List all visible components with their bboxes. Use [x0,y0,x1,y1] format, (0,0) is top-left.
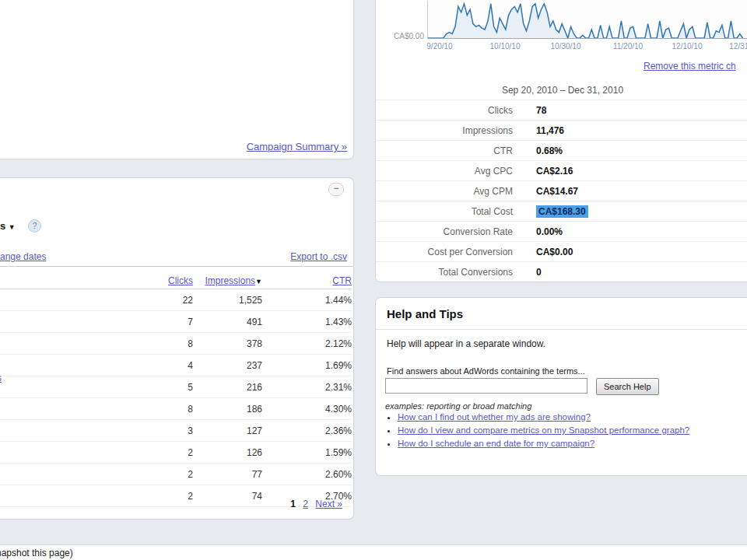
stat-value: 0.68% [536,145,563,156]
impressions-cell: 378 [247,338,262,349]
table-header-row: Clicks Impressions▼ CTR [0,273,352,289]
help-link[interactable]: How do I view and compare metrics on my … [398,425,689,435]
stat-value: 78 [536,105,546,116]
stat-value: CA$0.00 [536,247,573,257]
divider [0,266,353,267]
help-intro-text: Help will appear in a separate window. [387,338,545,349]
x-axis-tick-label: 10/30/10 [551,42,581,51]
table-row: 52162.31% [0,376,352,398]
stat-value: CA$14.67 [536,186,578,197]
help-link[interactable]: How can I find out whether my ads are sh… [398,412,591,422]
column-header-impressions[interactable]: Impressions [205,275,255,286]
clicks-cell: 22 [183,295,193,306]
impressions-cell: 1,525 [239,295,262,306]
campaign-summary-link[interactable]: Campaign Summary » [247,141,347,152]
table-row: 42371.69% [0,355,352,376]
help-panel-title: Help and Tips [387,307,463,320]
stat-row: Clicks78 [376,100,747,120]
keyword-link-fragment[interactable]: s [0,373,2,383]
stat-label: Total Cost [376,206,513,217]
column-header-clicks[interactable]: Clicks [168,275,193,286]
clicks-cell: 4 [188,360,193,371]
stat-value: 0 [536,267,542,278]
help-links-list: How can I find out whether my ads are sh… [387,412,689,452]
pagination-next-link[interactable]: Next » [315,499,342,509]
impressions-cell: 126 [247,447,262,458]
ctr-cell: 4.30% [325,404,352,415]
x-axis-tick-label: 12/10/10 [672,42,703,51]
table-row: 83782.12% [0,333,352,355]
ctr-cell: 2.60% [325,469,352,480]
pagination-page-2-link[interactable]: 2 [303,499,308,509]
stat-row: CTR0.68% [376,140,747,160]
collapse-panel-icon[interactable]: − [328,183,344,196]
help-search-label: Find answers about AdWords containing th… [387,366,585,376]
clicks-cell: 2 [188,491,193,502]
clicks-cell: 8 [188,404,193,415]
stat-value-selected: CA$168.30 [536,205,588,218]
help-link-item: How do I schedule an end date for my cam… [398,439,689,448]
stat-value: 0.00% [536,226,563,237]
stat-label: Total Conversions [376,267,513,278]
impressions-cell: 186 [247,404,262,415]
stat-row: Total Conversions0 [376,261,747,282]
ctr-cell: 1.69% [325,360,352,371]
stat-label: Clicks [376,105,513,116]
divider [376,329,747,330]
impressions-cell: 74 [252,491,262,502]
footer-band: napshot this page) [0,544,747,560]
impressions-cell: 491 [247,317,262,327]
x-axis-tick-label: 10/10/10 [490,42,521,51]
search-help-button[interactable]: Search Help [596,378,659,395]
column-header-ctr[interactable]: CTR [332,275,352,286]
cost-line-series [428,1,747,38]
stat-label: Impressions [376,125,513,136]
stats-table: Sep 20, 2010 – Dec 31, 2010 Clicks78Impr… [376,81,747,282]
chevron-down-icon[interactable]: ▼ [9,223,16,231]
clicks-cell: 8 [188,338,193,349]
table-row: 81864.30% [0,398,352,420]
keywords-table-panel: − s ▼ ? ange dates Export to .csv Clicks… [0,177,354,520]
x-axis-tick-label: 9/20/10 [426,42,452,51]
stat-row: Conversion Rate0.00% [376,221,747,241]
table-row: 74911.43% [0,311,352,333]
table-title-text: s [0,220,5,232]
stat-label: Cost per Conversion [376,247,513,257]
help-search-input[interactable] [385,378,587,394]
date-range-label: Sep 20, 2010 – Dec 31, 2010 [376,81,747,100]
y-axis-zero-label: CA$0.00 [376,32,424,40]
help-icon[interactable]: ? [28,219,41,233]
help-link-item: How can I find out whether my ads are sh… [398,412,689,422]
clicks-cell: 2 [188,469,193,480]
stat-label: Avg CPC [376,166,513,177]
table-row: 221,5251.44% [0,289,352,311]
x-axis-tick-label: 11/20/10 [613,42,643,51]
impressions-cell: 127 [247,425,262,436]
ctr-cell: 2.12% [325,338,352,349]
change-dates-link[interactable]: ange dates [0,251,46,262]
clicks-cell: 7 [188,317,193,327]
stat-label: Conversion Rate [376,226,513,237]
ctr-cell: 1.44% [325,295,352,306]
help-and-tips-panel: Help and Tips Help will appear in a sepa… [375,297,747,476]
help-link-item: How do I view and compare metrics on my … [398,425,689,435]
stat-row: Cost per ConversionCA$0.00 [376,241,747,261]
campaign-summary-panel: Campaign Summary » [0,0,354,159]
stat-value: 11,476 [536,125,564,136]
stat-row: Avg CPCCA$2.16 [376,160,747,180]
impressions-cell: 216 [247,382,262,393]
ctr-cell: 1.43% [325,317,352,327]
x-axis-tick-label: 12/31/1 [729,42,747,51]
stat-value: CA$2.16 [536,166,573,177]
stat-label: Avg CPM [376,186,513,197]
clicks-cell: 2 [188,447,193,458]
remove-metric-chart-link[interactable]: Remove this metric ch [644,61,736,72]
sort-caret-icon: ▼ [255,278,262,285]
ctr-cell: 2.31% [325,382,352,393]
export-csv-link[interactable]: Export to .csv [290,251,347,262]
help-link[interactable]: How do I schedule an end date for my cam… [398,439,594,448]
impressions-cell: 237 [247,360,262,371]
stat-row: Avg CPMCA$14.67 [376,180,747,201]
pagination: 1 2 Next » [290,499,347,509]
cost-performance-chart [427,1,747,39]
